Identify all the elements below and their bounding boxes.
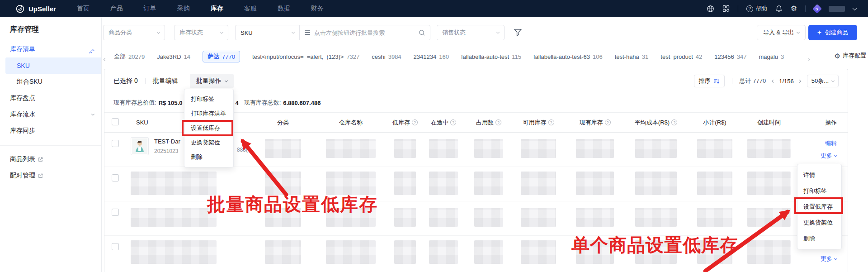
page-next-icon[interactable]	[798, 79, 801, 82]
menu-item-change-shelf[interactable]: 更换货架位	[184, 135, 233, 150]
sidebar-item-pairing[interactable]: 配对管理	[0, 167, 101, 184]
notification-bell-icon[interactable]	[775, 5, 783, 12]
sidebar-divider	[0, 145, 101, 146]
toolbar-right: 排序 总计 7770 1/156 50条...	[694, 75, 839, 87]
tabs-scroll-right-icon[interactable]	[807, 54, 810, 62]
tab-test-haha[interactable]: test-haha31	[615, 53, 649, 60]
page-indicator: 1/156	[779, 78, 794, 85]
nav-item-products[interactable]: 产品	[110, 5, 123, 13]
external-link-icon	[38, 157, 43, 162]
menu-item-set-low-stock[interactable]: 设置低库存	[184, 121, 233, 135]
redacted-cell	[747, 139, 791, 158]
sku-name: TEST-Dar	[154, 138, 180, 145]
chevron-down-icon	[220, 30, 223, 33]
redacted-cell	[429, 208, 458, 227]
menu-item-print-label[interactable]: 打印标签	[184, 92, 233, 106]
sidebar-item-stock-list[interactable]: 库存清单	[0, 41, 101, 57]
header-created: 创建时间	[742, 119, 796, 127]
batch-operations-button[interactable]: 批量操作	[190, 74, 234, 88]
search-icon[interactable]	[419, 29, 425, 36]
tab-ceshi[interactable]: ceshi3984	[372, 53, 401, 60]
stock-count-value: 6.880.607.486	[283, 100, 321, 106]
nav-item-orders[interactable]: 订单	[144, 5, 156, 13]
redacted-cell	[429, 240, 458, 264]
collapse-filter-chevron-up-icon[interactable]	[90, 47, 92, 55]
apps-grid-icon[interactable]	[722, 5, 730, 12]
more-link[interactable]: 更多	[821, 152, 837, 160]
sidebar-item-stock-sync[interactable]: 库存同步	[0, 123, 101, 139]
menu-item-set-low-stock[interactable]: 设置低库存	[797, 199, 841, 215]
redacted-cell	[474, 208, 503, 227]
tab-2341234[interactable]: 2341234160	[414, 53, 449, 60]
tab-test-input[interactable]: test<input/onfocus=_=alert,_(123)>7327	[252, 53, 359, 60]
sidebar-item-stock-flow[interactable]: 库存流水	[0, 106, 101, 123]
nav-menu: 首页 产品 订单 采购 库存 客服 数据 财务	[77, 5, 324, 13]
menu-item-print-inventory-list[interactable]: 打印库存清单	[184, 106, 233, 121]
nav-item-inventory[interactable]: 库存	[211, 5, 223, 13]
tab-fallabella-auto-test[interactable]: fallabella-auto-test115	[461, 53, 521, 60]
redacted-cell	[326, 139, 376, 158]
redacted-cell	[747, 240, 791, 264]
menu-item-change-shelf[interactable]: 更换货架位	[797, 215, 841, 230]
row-checkbox[interactable]	[112, 174, 119, 181]
nav-item-data[interactable]: 数据	[278, 5, 290, 13]
tab-all[interactable]: 全部20279	[114, 52, 145, 61]
row-checkbox[interactable]	[112, 243, 119, 250]
menu-item-delete[interactable]: 删除	[797, 230, 841, 246]
search-type-select[interactable]: SKU	[236, 25, 300, 40]
sku-code-fragment: 888(	[237, 147, 248, 153]
info-icon[interactable]: ?	[412, 119, 418, 125]
tab-123456[interactable]: 123456347	[714, 53, 746, 60]
tab-test-product[interactable]: test_product42	[660, 53, 702, 60]
info-icon[interactable]: ?	[671, 119, 677, 125]
page-size-select[interactable]: 50条...	[807, 75, 839, 87]
category-filter-select[interactable]: 商品分类	[103, 25, 165, 40]
batch-edit-button[interactable]: 批量编辑	[153, 77, 178, 85]
help-button[interactable]: ? 帮助	[746, 5, 767, 13]
inventory-config-button[interactable]: ⚙ 库存配置	[835, 52, 866, 60]
sort-button[interactable]: 排序	[694, 75, 725, 87]
nav-item-finance[interactable]: 财务	[311, 5, 324, 13]
user-menu-chevron-down-icon[interactable]	[853, 6, 857, 10]
sidebar-item-stocktake[interactable]: 库存盘点	[0, 90, 101, 106]
menu-item-delete[interactable]: 删除	[184, 150, 233, 164]
sale-status-filter-select[interactable]: 销售状态	[437, 25, 505, 40]
search-input[interactable]	[314, 29, 415, 36]
batch-search-list-icon[interactable]	[304, 30, 311, 35]
create-product-button[interactable]: + 创建商品	[808, 25, 857, 40]
sidebar-item-product-list[interactable]: 商品列表	[0, 151, 101, 167]
external-link-icon	[38, 173, 43, 178]
tab-fallabella-auto-test-63[interactable]: fallabella-auto-test-63106	[533, 53, 603, 60]
tab-jake3rd[interactable]: Jake3RD14	[157, 53, 190, 60]
nav-item-service[interactable]: 客服	[244, 5, 257, 13]
sidebar-item-combo-sku[interactable]: 组合SKU	[0, 74, 101, 90]
sidebar-item-sku[interactable]: SKU	[5, 57, 101, 74]
filter-funnel-icon[interactable]	[514, 28, 522, 38]
tab-sada-selected[interactable]: 萨达7770	[203, 51, 240, 62]
more-link[interactable]: 更多	[821, 255, 837, 263]
menu-item-details[interactable]: 详情	[797, 167, 841, 183]
language-globe-icon[interactable]	[707, 5, 714, 13]
brand-logo[interactable]: UpSeller	[15, 4, 56, 14]
tabs-scroll-left-icon[interactable]	[104, 54, 106, 62]
nav-item-purchase[interactable]: 采购	[177, 5, 190, 13]
row-checkbox[interactable]	[112, 140, 119, 147]
page-prev-icon[interactable]	[772, 79, 775, 82]
toolbar-divider	[732, 78, 732, 84]
settings-gear-icon[interactable]: ⚙	[791, 5, 797, 12]
row-checkbox[interactable]	[112, 209, 119, 216]
edit-link[interactable]: 编辑	[825, 139, 837, 148]
pagination: 1/156	[772, 78, 801, 85]
stock-status-filter-select[interactable]: 库存状态	[174, 25, 228, 40]
info-icon[interactable]: ?	[495, 119, 501, 125]
redacted-cell	[576, 172, 614, 195]
info-icon[interactable]: ?	[605, 119, 611, 125]
menu-item-print-label[interactable]: 打印标签	[797, 183, 841, 199]
tab-magalu[interactable]: magalu3	[759, 53, 784, 60]
import-export-button[interactable]: 导入 & 导出	[757, 25, 806, 40]
nav-item-home[interactable]: 首页	[77, 5, 90, 13]
select-all-checkbox[interactable]	[112, 118, 119, 125]
info-icon[interactable]: ?	[548, 119, 554, 125]
header-warehouse: 仓库名称	[312, 119, 389, 127]
info-icon[interactable]: ?	[450, 119, 456, 125]
